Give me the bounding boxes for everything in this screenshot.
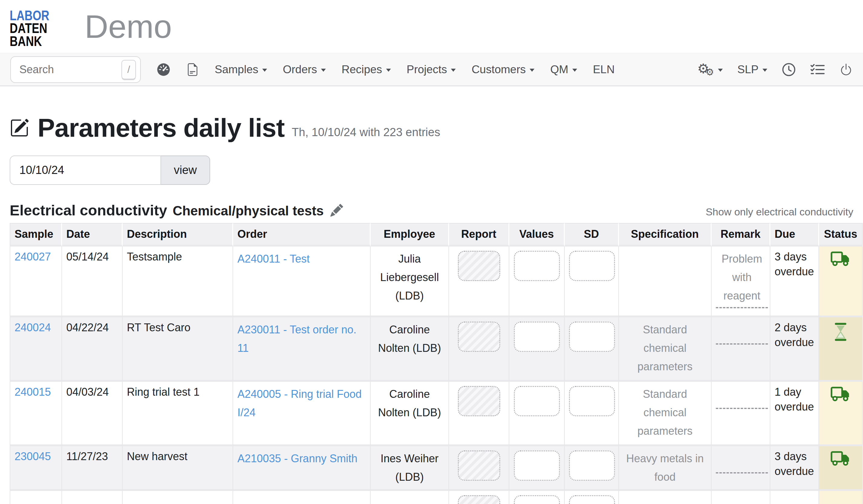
remark-field[interactable] (716, 344, 768, 345)
report-entry-box[interactable] (458, 495, 500, 504)
column-header-description: Description (123, 223, 233, 247)
table-body: 24002705/14/24TestsampleA240011 - TestJu… (10, 247, 863, 504)
sd-entry-box[interactable] (569, 451, 615, 481)
order-link[interactable]: A240011 - Test (237, 253, 310, 265)
date-input[interactable] (10, 155, 161, 185)
truck-icon (830, 251, 851, 267)
show-only-electrical-conductivity-link[interactable]: Show only electrical conductivity (705, 206, 853, 218)
speedometer-icon[interactable] (157, 63, 171, 77)
remark-field[interactable]: Problem with reagent (716, 249, 768, 308)
remark-cell (712, 446, 770, 491)
sample-cell: 240024 (10, 317, 62, 382)
employee-cell: Julia Liebergesell (LDB) (371, 247, 449, 317)
search-wrap: / (10, 56, 141, 83)
clock-icon[interactable] (782, 63, 796, 77)
nav-menu-orders[interactable]: Orders (283, 63, 326, 76)
values-entry-box[interactable] (514, 451, 560, 481)
description-text: New harvest (127, 449, 228, 464)
date-cell: 11/27/23 (62, 446, 123, 491)
order-link[interactable]: A210035 - Granny Smith (237, 452, 357, 465)
slp-menu[interactable]: SLP (737, 63, 767, 76)
date-cell: 04/03/24 (62, 382, 123, 446)
sample-link[interactable]: 240015 (14, 386, 51, 398)
column-header-report: Report (449, 223, 509, 247)
sample-cell (10, 491, 62, 504)
specification-cell: Standard chemical parameters (619, 382, 712, 446)
remark-field[interactable] (716, 408, 768, 409)
order-cell: A240011 - Test (233, 247, 371, 317)
report-entry-box[interactable] (458, 251, 500, 281)
power-icon[interactable] (839, 63, 853, 76)
nav-menu-qm[interactable]: QM (550, 63, 577, 76)
settings-menu[interactable]: ⚙⚙ (697, 62, 723, 77)
report-cell (449, 317, 509, 382)
sd-entry-box[interactable] (569, 386, 615, 416)
specification-cell (619, 491, 712, 504)
status-cell (819, 317, 863, 382)
logo-line: BANK (10, 35, 49, 48)
labordatenbank-logo[interactable]: LABOR DATEN BANK (10, 9, 49, 48)
remark-cell (712, 382, 770, 446)
due-cell: 3 days overdue (770, 247, 819, 317)
report-entry-box[interactable] (458, 322, 500, 352)
description-cell: Testsample (123, 247, 233, 317)
column-header-date: Date (62, 223, 123, 247)
column-header-specification: Specification (619, 223, 712, 247)
specification-cell (619, 247, 712, 317)
due-text: 2 days overdue (775, 320, 814, 350)
date-text: 04/03/24 (66, 385, 118, 400)
logo-line: LABOR (10, 9, 49, 22)
pencil-icon[interactable] (330, 204, 343, 218)
sd-entry-box[interactable] (569, 251, 615, 281)
values-cell (509, 247, 565, 317)
status-cell (819, 382, 863, 446)
nav-menu-customers[interactable]: Customers (472, 63, 535, 76)
description-cell: New harvest (123, 446, 233, 491)
view-button[interactable]: view (161, 155, 210, 185)
checklist-icon[interactable] (810, 64, 825, 76)
gears-icon: ⚙⚙ (697, 62, 714, 77)
report-cell (449, 446, 509, 491)
nav-menu-eln[interactable]: ELN (593, 63, 615, 76)
app-header: LABOR DATEN BANK Demo (0, 0, 863, 53)
description-cell: Ring trial test 1 (123, 382, 233, 446)
sd-cell (565, 317, 619, 382)
file-text-icon[interactable] (186, 63, 199, 76)
sd-entry-box[interactable] (569, 495, 615, 504)
sample-link[interactable]: 230045 (14, 450, 51, 463)
report-entry-box[interactable] (458, 451, 500, 481)
section-title: Electrical conductivity (10, 202, 167, 219)
chevron-down-icon (529, 69, 535, 72)
values-entry-box[interactable] (514, 322, 560, 352)
values-entry-box[interactable] (514, 495, 560, 504)
nav-menu-samples[interactable]: Samples (215, 63, 267, 76)
nav-menu-label: QM (550, 63, 568, 76)
column-header-order: Order (233, 223, 371, 247)
values-entry-box[interactable] (514, 251, 560, 281)
description-cell (123, 491, 233, 504)
title-row: Parameters daily list Th, 10/10/24 with … (10, 113, 853, 143)
sample-link[interactable]: 240027 (14, 250, 51, 263)
report-entry-box[interactable] (458, 386, 500, 416)
remark-field[interactable] (716, 472, 768, 474)
sample-link[interactable]: 240024 (14, 321, 51, 334)
order-link[interactable]: A230011 - Test order no. 11 (237, 323, 357, 354)
truck-icon (830, 387, 851, 402)
logo-line: DATEN (10, 22, 49, 35)
main-navbar: / SamplesOrdersRecipesProjectsCustomersQ… (0, 53, 863, 86)
due-text: 3 days overdue (775, 249, 814, 279)
values-cell (509, 491, 565, 504)
sd-entry-box[interactable] (569, 322, 615, 352)
values-cell (509, 446, 565, 491)
nav-menu-projects[interactable]: Projects (407, 63, 456, 76)
chevron-down-icon (718, 69, 723, 72)
table-row: 24002404/22/24RT Test CaroA230011 - Test… (10, 317, 863, 382)
values-entry-box[interactable] (514, 386, 560, 416)
table-row (10, 491, 863, 504)
page-subtitle: Th, 10/10/24 with 223 entries (292, 126, 440, 139)
order-link[interactable]: A240005 - Ring trial Food I/24 (237, 388, 362, 419)
nav-menu-recipes[interactable]: Recipes (341, 63, 391, 76)
date-cell: 05/14/24 (62, 247, 123, 317)
order-cell (233, 491, 371, 504)
due-cell (770, 491, 819, 504)
